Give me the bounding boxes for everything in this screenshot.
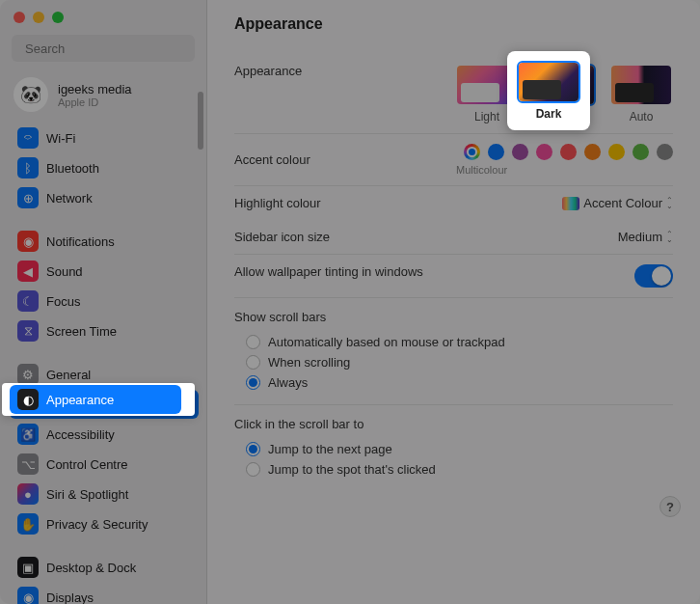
accent-label: Accent colour [234,152,464,167]
help-button[interactable]: ? [660,496,681,517]
radio-icon [246,375,260,390]
sidebar-icon-size-row: Sidebar icon size Medium ⌃⌄ [234,220,673,255]
account-subtitle: Apple ID [58,96,132,108]
theme-auto[interactable]: Auto [609,64,673,124]
sidebar-item-network[interactable]: ⊕Network [10,183,199,212]
bluetooth-icon: ᛒ [17,157,39,178]
search-input[interactable] [25,41,187,56]
radio-icon [246,355,260,370]
sidebar-scrollbar[interactable] [198,92,203,150]
apple-id-account[interactable]: 🐼 igeeks media Apple ID [0,71,206,124]
sidebar-item-controlcentre[interactable]: ⌥Control Centre [10,450,199,479]
theme-label: Auto [630,110,654,124]
radio-icon [246,462,260,477]
sidebar-item-accessibility[interactable]: ♿Accessibility [10,420,199,449]
close-window-button[interactable] [13,12,25,23]
search-field[interactable] [12,35,195,62]
highlight-dropdown[interactable]: Accent Colour ⌃⌄ [562,196,673,210]
chevron-updown-icon: ⌃⌄ [666,232,673,243]
sidebar-item-wifi[interactable]: ⌔Wi-Fi [10,124,199,152]
minimize-window-button[interactable] [33,12,44,23]
sidebar-item-label: Network [46,191,93,206]
displays-icon: ◉ [17,587,39,604]
notifications-icon: ◉ [17,231,39,252]
scrollbars-section: Show scroll bars Automatically based on … [234,298,673,405]
appearance-label: Appearance [234,64,455,78]
accent-multicolour[interactable] [464,144,480,160]
theme-label: Dark [536,107,562,121]
page-title: Appearance [234,15,673,33]
sidebar-item-label: Control Centre [46,457,128,472]
sidebar-item-sound[interactable]: ◀Sound [10,257,199,286]
appearance-icon: ◐ [17,389,39,410]
accent-graphite[interactable] [657,144,673,160]
accent-orange[interactable] [584,144,601,160]
siri-icon: ● [17,483,39,505]
accent-row: Accent colour Multicolour [234,134,673,186]
zoom-window-button[interactable] [52,12,64,23]
scrollbars-always-option[interactable]: Always [234,372,673,393]
tinting-toggle[interactable] [634,264,673,288]
scrollbars-scrolling-option[interactable]: When scrolling [234,352,673,372]
sidebar-item-label: Privacy & Security [46,517,148,532]
sidebar-item-notifications[interactable]: ◉Notifications [10,227,199,256]
sidebar-item-desktop[interactable]: ▣Desktop & Dock [10,553,199,582]
radio-icon [246,442,260,456]
accent-color-picker [464,144,673,160]
accent-purple[interactable] [512,144,528,160]
sidebar-item-siri[interactable]: ●Siri & Spotlight [10,480,199,508]
focus-icon: ☾ [17,290,39,312]
sidebar: 🐼 igeeks media Apple ID ⌔Wi-Fi ᛒBluetoot… [0,0,207,604]
appearance-row: Appearance Light Dark Auto [234,54,673,134]
radio-icon [246,335,260,349]
accent-blue[interactable] [488,144,504,160]
account-name: igeeks media [58,82,132,96]
option-label: Jump to the spot that's clicked [268,462,436,477]
sidebar-icon-size-value: Medium [618,230,662,244]
controlcentre-icon: ⌥ [17,453,39,475]
accessibility-icon: ♿ [17,424,39,445]
highlight-value: Accent Colour [583,196,662,210]
sidebar-item-focus[interactable]: ☾Focus [10,287,199,316]
highlight-swatch-icon [562,197,579,210]
sidebar-item-label: Focus [46,294,80,309]
sidebar-item-bluetooth[interactable]: ᛒBluetooth [10,153,199,182]
scrollclick-spot-option[interactable]: Jump to the spot that's clicked [234,459,673,480]
chevron-updown-icon: ⌃⌄ [666,198,673,209]
sidebar-icon-size-dropdown[interactable]: Medium ⌃⌄ [618,230,673,244]
wifi-icon: ⌔ [17,127,39,149]
general-icon: ⚙ [17,364,39,385]
option-label: Always [268,375,308,390]
accent-yellow[interactable] [608,144,625,160]
desktop-icon: ▣ [17,557,39,578]
scrollclick-nextpage-option[interactable]: Jump to the next page [234,439,673,459]
scrollbars-auto-option[interactable]: Automatically based on mouse or trackpad [234,332,673,352]
sidebar-item-label: Siri & Spotlight [46,487,128,502]
sidebar-item-label: Screen Time [46,324,117,339]
tinting-label: Allow wallpaper tinting in windows [234,264,634,279]
theme-label: Light [474,110,499,124]
accent-pink[interactable] [536,144,552,160]
sidebar-item-label: Sound [46,264,83,279]
sidebar-item-privacy[interactable]: ✋Privacy & Security [10,509,199,538]
sidebar-item-displays[interactable]: ◉Displays [10,583,199,604]
tutorial-highlight-appearance: ◐ Appearance [2,383,195,416]
scrollbars-label: Show scroll bars [234,310,673,324]
sidebar-item-label: Appearance [46,393,114,407]
sidebar-item-label: Desktop & Dock [46,561,136,575]
tinting-row: Allow wallpaper tinting in windows [234,255,673,298]
sidebar-item-label: Bluetooth [46,161,99,176]
privacy-icon: ✋ [17,513,39,535]
highlight-row: Highlight colour Accent Colour ⌃⌄ [234,186,673,220]
screentime-icon: ⧖ [17,320,39,342]
scrollclick-label: Click in the scroll bar to [234,417,673,431]
tutorial-highlight-dark: Dark [507,51,590,130]
accent-red[interactable] [560,144,577,160]
sidebar-item-label: Wi-Fi [46,131,75,146]
accent-green[interactable] [633,144,649,160]
sidebar-item-label: Notifications [46,234,115,249]
sidebar-item-screentime[interactable]: ⧖Screen Time [10,316,199,345]
sidebar-item-label: Displays [46,590,94,605]
main-content: Appearance Appearance Light Dark Auto [207,0,700,604]
accent-selected-label: Multicolour [456,164,507,176]
